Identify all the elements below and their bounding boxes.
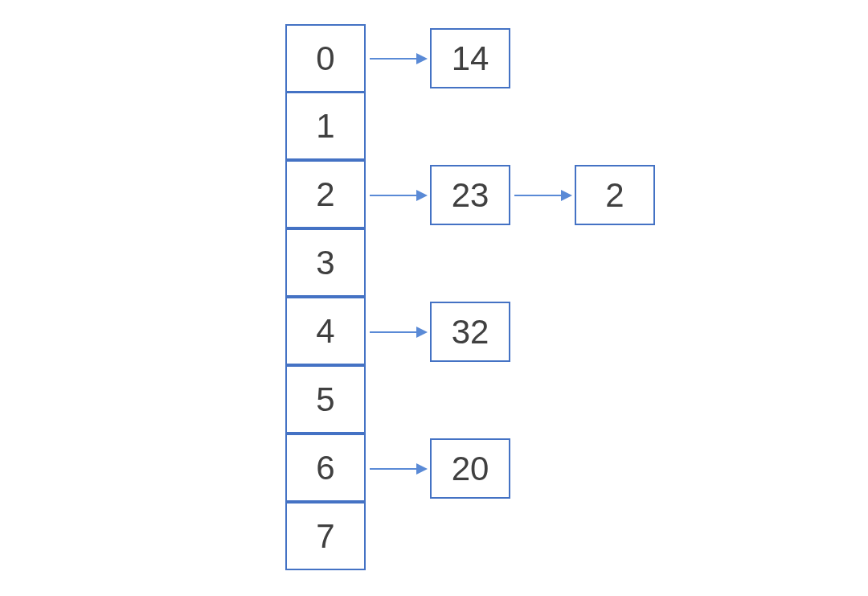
index-cell: 4	[285, 297, 366, 365]
index-cell: 0	[285, 24, 366, 92]
index-cell: 1	[285, 92, 366, 160]
table-row: 7	[285, 503, 655, 571]
table-row: 6 20	[285, 434, 655, 503]
value-cell: 2	[575, 165, 655, 225]
value-cell: 32	[430, 302, 510, 362]
value-cell: 23	[430, 165, 510, 225]
index-cell: 6	[285, 434, 366, 502]
table-row: 4 32	[285, 298, 655, 366]
index-cell: 5	[285, 365, 366, 434]
index-cell: 7	[285, 502, 366, 570]
value-cell: 14	[430, 28, 510, 88]
arrow-icon	[370, 58, 426, 60]
arrow-icon	[370, 331, 426, 333]
arrow-icon	[514, 195, 571, 196]
value-cell: 20	[430, 438, 510, 499]
arrow-icon	[370, 195, 426, 196]
index-cell: 2	[285, 160, 366, 228]
hash-table-diagram: 0 14 1 2 23 2 3 4 32 5 6	[285, 24, 655, 571]
index-cell: 3	[285, 228, 366, 297]
table-row: 1	[285, 92, 655, 161]
table-row: 0 14	[285, 24, 655, 92]
table-row: 3	[285, 229, 655, 298]
table-row: 5	[285, 366, 655, 434]
table-row: 2 23 2	[285, 161, 655, 229]
arrow-icon	[370, 468, 426, 470]
